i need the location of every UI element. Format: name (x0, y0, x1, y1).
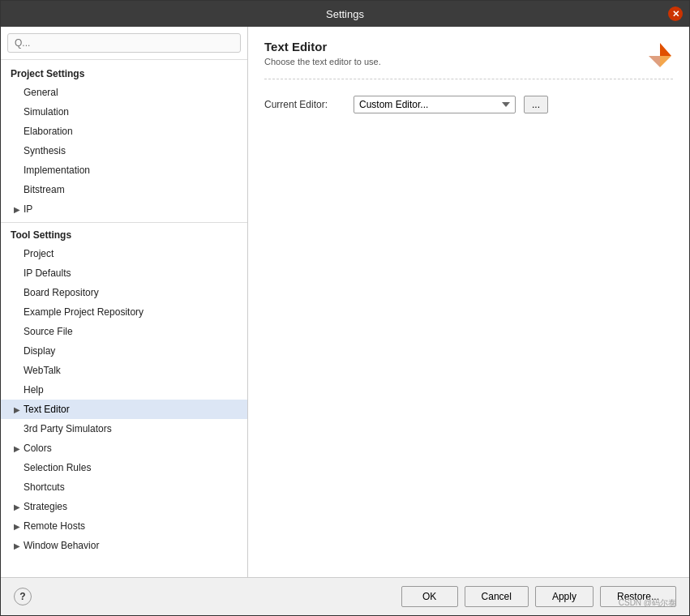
dialog-title: Settings (326, 8, 364, 20)
sidebar-item-board-repository[interactable]: Board Repository (1, 283, 247, 302)
sidebar-item-display[interactable]: Display (1, 341, 247, 361)
search-bar (1, 27, 247, 60)
browse-button[interactable]: ... (524, 96, 548, 113)
sidebar-content: Project Settings General Simulation Elab… (1, 60, 247, 560)
sidebar-item-webtalk[interactable]: WebTalk (1, 361, 247, 380)
content-header-text: Text Editor Choose the text editor to us… (264, 40, 381, 66)
sidebar-item-bitstream[interactable]: Bitstream (1, 180, 247, 199)
content-subtitle: Choose the text editor to use. (264, 57, 381, 66)
dialog-body: Project Settings General Simulation Elab… (1, 27, 689, 577)
svg-marker-1 (660, 43, 671, 56)
content-header: Text Editor Choose the text editor to us… (264, 40, 673, 79)
search-input[interactable] (7, 33, 241, 53)
current-editor-label: Current Editor: (264, 99, 345, 110)
cancel-button[interactable]: Cancel (465, 586, 529, 607)
sidebar-item-elaboration[interactable]: Elaboration (1, 122, 247, 141)
title-bar: Settings ✕ (1, 1, 689, 27)
brand-icon (644, 40, 673, 69)
separator-1 (1, 222, 247, 223)
sidebar-item-synthesis[interactable]: Synthesis (1, 141, 247, 160)
sidebar-item-selection-rules[interactable]: Selection Rules (1, 458, 247, 477)
sidebar-item-ip-defaults[interactable]: IP Defaults (1, 263, 247, 283)
sidebar-item-ip[interactable]: ▶IP (1, 199, 247, 219)
sidebar-item-example-project-repository[interactable]: Example Project Repository (1, 302, 247, 322)
sidebar-item-help[interactable]: Help (1, 380, 247, 400)
editor-dropdown[interactable]: Custom Editor... Default Editor gvim ema… (354, 96, 516, 113)
footer: ? OK Cancel Apply Restore... (1, 577, 689, 615)
close-button[interactable]: ✕ (668, 6, 683, 21)
settings-dialog: Settings ✕ Project Settings General Simu… (0, 0, 690, 616)
arrow-icon: ▶ (14, 203, 20, 216)
arrow-icon-colors: ▶ (14, 443, 20, 455)
arrow-icon-window-behavior: ▶ (14, 540, 20, 552)
arrow-icon-text-editor: ▶ (14, 404, 20, 416)
sidebar-item-remote-hosts[interactable]: ▶Remote Hosts (1, 516, 247, 536)
sidebar-item-project[interactable]: Project (1, 244, 247, 263)
footer-left: ? (14, 588, 32, 605)
main-content: Text Editor Choose the text editor to us… (248, 27, 689, 577)
sidebar-item-text-editor[interactable]: ▶Text Editor (1, 400, 247, 419)
tool-settings-header: Tool Settings (1, 226, 247, 244)
ok-button[interactable]: OK (401, 586, 458, 607)
sidebar-item-source-file[interactable]: Source File (1, 322, 247, 341)
svg-marker-3 (649, 56, 660, 67)
arrow-icon-strategies: ▶ (14, 501, 20, 513)
sidebar-item-shortcuts[interactable]: Shortcuts (1, 477, 247, 497)
help-button[interactable]: ? (14, 588, 32, 605)
current-editor-row: Current Editor: Custom Editor... Default… (264, 96, 673, 113)
sidebar-item-strategies[interactable]: ▶Strategies (1, 497, 247, 516)
sidebar-item-implementation[interactable]: Implementation (1, 160, 247, 180)
sidebar-item-general[interactable]: General (1, 83, 247, 102)
sidebar-item-3rd-party-simulators[interactable]: 3rd Party Simulators (1, 419, 247, 438)
sidebar-item-colors[interactable]: ▶Colors (1, 438, 247, 458)
sidebar-item-window-behavior[interactable]: ▶Window Behavior (1, 536, 247, 555)
sidebar-item-simulation[interactable]: Simulation (1, 102, 247, 122)
watermark: CSDN @码尔泰 (619, 597, 676, 609)
sidebar: Project Settings General Simulation Elab… (1, 27, 248, 577)
arrow-icon-remote-hosts: ▶ (14, 520, 20, 533)
project-settings-header: Project Settings (1, 65, 247, 83)
svg-marker-2 (660, 56, 671, 67)
content-title: Text Editor (264, 40, 381, 53)
apply-button[interactable]: Apply (535, 586, 594, 607)
